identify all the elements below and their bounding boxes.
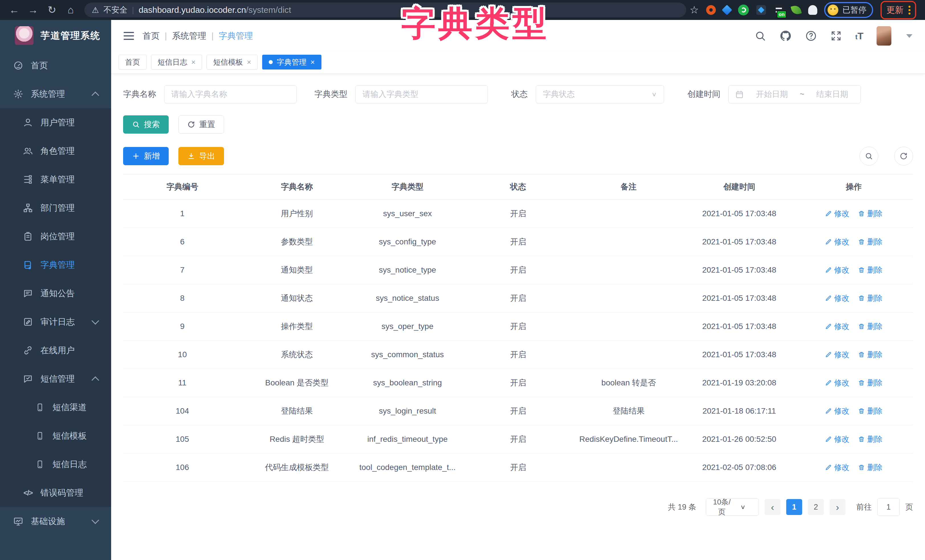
page-button-2[interactable]: 2 <box>808 499 824 515</box>
breadcrumb-home[interactable]: 首页 <box>143 30 160 42</box>
page-button-1[interactable]: 1 <box>786 499 802 515</box>
font-size-icon[interactable]: ttTT <box>855 30 863 42</box>
breadcrumb-system[interactable]: 系统管理 <box>172 30 206 42</box>
reset-button[interactable]: 重置 <box>178 115 224 134</box>
sidebar-item-dict[interactable]: 字典管理 <box>0 251 111 279</box>
sidebar-item-sms-channel[interactable]: 短信渠道 <box>0 393 111 422</box>
tab-dict-active[interactable]: 字典管理 × <box>262 55 321 69</box>
github-icon[interactable] <box>779 30 792 42</box>
sidebar-item-sms-template[interactable]: 短信模板 <box>0 422 111 450</box>
collapse-sidebar-icon[interactable] <box>124 32 134 40</box>
sidebar-item-menus[interactable]: 菜单管理 <box>0 165 111 194</box>
delete-link[interactable]: 删除 <box>858 321 883 331</box>
sidebar-item-home[interactable]: 首页 <box>0 51 111 80</box>
edit-link[interactable]: 修改 <box>825 293 850 303</box>
dict-type-link[interactable]: sys_common_status <box>352 350 463 359</box>
export-button[interactable]: 导出 <box>178 147 224 165</box>
sidebar-item-error-codes[interactable]: </> 错误码管理 <box>0 479 111 507</box>
dict-type-link[interactable]: sys_notice_status <box>352 294 463 303</box>
edit-link[interactable]: 修改 <box>825 321 850 331</box>
close-icon[interactable]: × <box>247 58 251 67</box>
tab-home[interactable]: 首页 <box>119 55 146 69</box>
status-cell: 开启 <box>463 265 573 275</box>
edit-link[interactable]: 修改 <box>825 462 850 473</box>
add-button[interactable]: 新增 <box>123 147 169 165</box>
avatar-caret-icon[interactable] <box>906 34 913 38</box>
back-icon[interactable]: ← <box>6 4 22 16</box>
dict-type-link[interactable]: sys_boolean_string <box>352 378 463 387</box>
refresh-table-button[interactable] <box>894 147 913 166</box>
edit-link[interactable]: 修改 <box>825 237 850 247</box>
edit-link[interactable]: 修改 <box>825 209 850 219</box>
actions-cell: 修改 删除 <box>794 406 913 416</box>
dict-type-input[interactable] <box>356 85 488 103</box>
browser-update-button[interactable]: 更新 <box>881 1 916 20</box>
sidebar-item-system[interactable]: 系统管理 <box>0 80 111 108</box>
close-icon[interactable]: × <box>310 58 315 67</box>
donut-extension-icon[interactable] <box>706 5 716 15</box>
sidebar-item-departments[interactable]: 部门管理 <box>0 194 111 222</box>
sidebar-item-audit-log[interactable]: 审计日志 <box>0 308 111 336</box>
dict-type-link[interactable]: sys_config_type <box>352 237 463 246</box>
bookmark-star-icon[interactable]: ☆ <box>690 4 699 16</box>
dict-name-input[interactable] <box>164 85 297 103</box>
edit-link[interactable]: 修改 <box>825 349 850 360</box>
dict-type-link[interactable]: tool_codegen_template_t... <box>352 463 463 472</box>
edit-link[interactable]: 修改 <box>825 378 850 388</box>
edit-link[interactable]: 修改 <box>825 265 850 275</box>
status-select[interactable]: 字典状态 ∨ <box>536 85 664 103</box>
search-button[interactable]: 搜索 <box>123 115 169 134</box>
date-range-picker[interactable]: 开始日期 ~ 结束日期 <box>728 85 861 103</box>
sidebar-item-sms[interactable]: 短信管理 <box>0 364 111 393</box>
delete-link[interactable]: 删除 <box>858 209 883 219</box>
delete-link[interactable]: 删除 <box>858 237 883 247</box>
green-circle-extension-icon[interactable] <box>738 5 749 15</box>
delete-link[interactable]: 删除 <box>858 434 883 444</box>
tampermonkey-extension-icon[interactable]: on <box>773 5 784 15</box>
browser-menu-icon[interactable] <box>908 6 910 15</box>
dict-type-link[interactable]: sys_oper_type <box>352 322 463 331</box>
next-page-button[interactable]: › <box>830 499 845 515</box>
tab-sms-log[interactable]: 短信日志 × <box>151 55 202 69</box>
dict-type-link[interactable]: sys_notice_type <box>352 265 463 275</box>
sidebar-item-posts[interactable]: 岗位管理 <box>0 222 111 251</box>
sidebar-item-sms-log[interactable]: 短信日志 <box>0 450 111 479</box>
delete-link[interactable]: 删除 <box>858 462 883 473</box>
diamond-extension-icon[interactable] <box>756 5 766 15</box>
ghost-extension-icon[interactable] <box>808 5 817 15</box>
forward-icon[interactable]: → <box>25 4 41 16</box>
prev-page-button[interactable]: ‹ <box>765 499 780 515</box>
close-icon[interactable]: × <box>191 58 196 67</box>
edit-link[interactable]: 修改 <box>825 434 850 444</box>
home-icon[interactable]: ⌂ <box>63 4 79 16</box>
reload-icon[interactable]: ↻ <box>44 4 60 16</box>
sidebar-item-users[interactable]: 用户管理 <box>0 108 111 137</box>
edit-link[interactable]: 修改 <box>825 406 850 416</box>
address-bar[interactable]: ⚠ 不安全 | dashboard.yudao.iocoder.cn/syste… <box>84 3 686 17</box>
sidebar-item-infrastructure[interactable]: 基础设施 <box>0 507 111 536</box>
delete-link[interactable]: 删除 <box>858 293 883 303</box>
fullscreen-icon[interactable] <box>830 30 842 42</box>
browser-profile-button[interactable]: 已暂停 <box>824 2 873 18</box>
delete-link[interactable]: 删除 <box>858 378 883 388</box>
page-size-select[interactable]: 10条/页 ∨ <box>706 498 759 516</box>
sidebar-item-online-users[interactable]: 在线用户 <box>0 336 111 364</box>
delete-link[interactable]: 删除 <box>858 349 883 360</box>
delete-link[interactable]: 删除 <box>858 406 883 416</box>
sidebar-item-roles[interactable]: 角色管理 <box>0 137 111 165</box>
delete-link[interactable]: 删除 <box>858 265 883 275</box>
leaf-extension-icon[interactable] <box>791 4 802 15</box>
user-avatar[interactable] <box>877 26 891 45</box>
sidebar-item-notices[interactable]: 通知公告 <box>0 279 111 308</box>
toggle-search-button[interactable] <box>859 147 878 166</box>
dict-type-link[interactable]: inf_redis_timeout_type <box>352 435 463 444</box>
gem-extension-icon[interactable] <box>722 5 732 15</box>
dict-type-link[interactable]: sys_user_sex <box>352 209 463 218</box>
help-icon[interactable] <box>805 30 817 42</box>
goto-page-input[interactable] <box>877 498 899 516</box>
tab-sms-template[interactable]: 短信模板 × <box>206 55 258 69</box>
search-icon[interactable] <box>754 30 766 42</box>
app-logo-row[interactable]: 芋道管理系统 <box>0 20 111 51</box>
browser-chrome: ← → ↻ ⌂ ⚠ 不安全 | dashboard.yudao.iocoder.… <box>0 0 925 20</box>
dict-type-link[interactable]: sys_login_result <box>352 406 463 415</box>
